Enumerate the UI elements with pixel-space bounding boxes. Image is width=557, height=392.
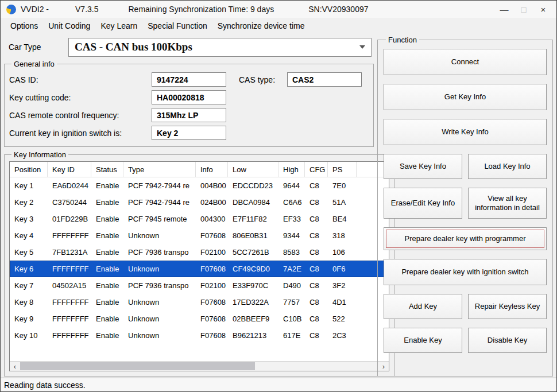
- table-cell: FFFFFFFF: [48, 265, 91, 273]
- titlebar: VVDI2 - V7.3.5 Remaining Synchronization…: [1, 1, 556, 18]
- table-cell: C8: [305, 265, 328, 273]
- car-type-value: CAS - CAN bus 100Kbps: [75, 41, 192, 53]
- column-header: High: [278, 162, 305, 177]
- connect-button[interactable]: Connect: [384, 49, 547, 75]
- table-cell: F07608: [196, 331, 228, 340]
- table-cell: FFFFFFFF: [48, 298, 91, 306]
- menu-synchronize-device-time[interactable]: Synchronize device time: [212, 20, 310, 32]
- cas-id-field[interactable]: 9147224: [152, 72, 226, 87]
- table-cell: 024B00: [196, 198, 228, 207]
- enable-key-button[interactable]: Enable Key: [384, 328, 462, 353]
- ignition-key-label: Current key in ignition switch is:: [9, 129, 152, 138]
- column-header: Info: [196, 162, 228, 177]
- table-cell: Enable: [91, 331, 123, 340]
- minimize-button[interactable]: —: [494, 2, 514, 17]
- table-cell: Key 4: [10, 231, 48, 240]
- table-row[interactable]: Key 2C3750244EnablePCF 7942-7944 re024B0…: [10, 194, 389, 211]
- scroll-left-icon[interactable]: ‹: [10, 362, 20, 371]
- key-table-header: PositionKey IDStatusTypeInfoLowHighCFGPS: [10, 162, 389, 177]
- function-group: Function Connect Get Key Info Write Key …: [377, 36, 553, 377]
- table-cell: 522: [328, 315, 357, 323]
- table-cell: Unknown: [123, 231, 196, 240]
- menu-key-learn[interactable]: Key Learn: [95, 20, 142, 32]
- cas-id-row: CAS ID: 9147224 CAS type: CAS2: [9, 71, 369, 88]
- menu-special-function[interactable]: Special Function: [142, 20, 212, 32]
- prepare-dealer-key-programmer-button[interactable]: Prepare dealer key with programmer: [384, 227, 547, 250]
- table-row[interactable]: Key 1EA6D0244EnablePCF 7942-7944 re004B0…: [10, 177, 389, 194]
- table-cell: Unknown: [123, 298, 196, 306]
- window-controls: — □ ×: [494, 2, 553, 17]
- table-cell: 9644: [278, 181, 305, 190]
- column-header: PS: [328, 162, 357, 177]
- scrollbar-thumb[interactable]: [20, 362, 255, 370]
- save-key-info-button[interactable]: Save Key Info: [384, 154, 462, 179]
- app-version: V7.3.5: [75, 5, 98, 14]
- table-cell: Key 7: [10, 281, 48, 290]
- table-cell: CF49C9D0: [228, 265, 278, 273]
- repair-keyless-key-button[interactable]: Repair Keyless Key: [468, 294, 547, 319]
- table-row[interactable]: Key 704502A15EnablePCF 7936 transpoF0210…: [10, 277, 389, 294]
- maximize-button[interactable]: □: [514, 2, 533, 17]
- table-row[interactable]: Key 10FFFFFFFFEnableUnknownF07608B962121…: [10, 327, 389, 344]
- ignition-key-field[interactable]: Key 2: [152, 126, 226, 140]
- general-info-legend: General info: [11, 60, 57, 68]
- table-cell: PCF 7942-7944 re: [123, 181, 196, 190]
- table-cell: Key 8: [10, 298, 48, 306]
- table-cell: C8: [305, 331, 328, 340]
- table-row[interactable]: Key 57FB1231AEnablePCF 7936 transpoF0210…: [10, 244, 389, 261]
- table-cell: 318: [328, 231, 357, 240]
- menubar: Options Unit Coding Key Learn Special Fu…: [1, 18, 556, 33]
- get-key-info-button[interactable]: Get Key Info: [384, 84, 547, 110]
- horizontal-scrollbar[interactable]: ‹ ›: [10, 361, 389, 371]
- general-info-group: General info CAS ID: 9147224 CAS type: C…: [4, 60, 374, 147]
- load-key-info-button[interactable]: Load Key Info: [468, 154, 547, 179]
- key-information-group: Key Information PositionKey IDStatusType…: [4, 150, 394, 377]
- table-cell: F02100: [196, 281, 228, 290]
- table-cell: C8: [305, 231, 328, 240]
- view-all-key-info-button[interactable]: View all key information in detail: [468, 188, 547, 219]
- menu-unit-coding[interactable]: Unit Coding: [43, 20, 95, 32]
- key-table: PositionKey IDStatusTypeInfoLowHighCFGPS…: [9, 161, 389, 371]
- table-cell: BE4: [328, 215, 357, 223]
- frequency-field[interactable]: 315Mhz LP: [152, 108, 226, 122]
- table-cell: F07608: [196, 265, 228, 273]
- table-cell: DBCA0984: [228, 198, 278, 207]
- erase-edit-key-info-button[interactable]: Erase/Edit Key Info: [384, 188, 462, 219]
- column-header: Status: [91, 162, 123, 177]
- table-cell: Key 6: [10, 265, 48, 273]
- cas-id-label: CAS ID:: [9, 75, 152, 84]
- menu-options[interactable]: Options: [5, 20, 43, 32]
- table-cell: 106: [328, 248, 357, 257]
- table-cell: C3750244: [48, 198, 91, 207]
- left-column: Car Type CAS - CAN bus 100Kbps General i…: [4, 36, 374, 377]
- function-legend: Function: [386, 36, 419, 44]
- table-cell: PCF 7936 transpo: [123, 248, 196, 257]
- table-row[interactable]: Key 4FFFFFFFFEnableUnknownF07608806E0B31…: [10, 227, 389, 244]
- cas-type-field[interactable]: CAS2: [287, 72, 362, 87]
- column-header: Type: [123, 162, 196, 177]
- close-button[interactable]: ×: [533, 2, 553, 17]
- write-key-info-button[interactable]: Write Key Info: [384, 119, 547, 145]
- add-key-button[interactable]: Add Key: [384, 294, 462, 319]
- key-cutting-field[interactable]: HA00020818: [152, 90, 226, 104]
- disable-key-button[interactable]: Disable Key: [468, 328, 547, 353]
- table-row[interactable]: Key 6FFFFFFFFEnableUnknownF07608CF49C9D0…: [10, 261, 389, 277]
- app-icon: [6, 5, 16, 14]
- table-cell: F07608: [196, 231, 228, 240]
- table-cell: PCF 7945 remote: [123, 215, 196, 223]
- table-cell: 0F6: [328, 265, 357, 273]
- table-cell: 7E0: [328, 181, 357, 190]
- key-information-legend: Key Information: [11, 150, 68, 159]
- table-cell: 9344: [278, 231, 305, 240]
- table-row[interactable]: Key 301FD229BEnablePCF 7945 remote004300…: [10, 211, 389, 227]
- table-cell: 3F2: [328, 281, 357, 290]
- table-cell: F02100: [196, 248, 228, 257]
- table-row[interactable]: Key 8FFFFFFFFEnableUnknownF0760817ED322A…: [10, 294, 389, 311]
- table-row[interactable]: Key 9FFFFFFFFEnableUnknownF0760802BBEEF9…: [10, 311, 389, 327]
- car-type-dropdown[interactable]: CAS - CAN bus 100Kbps: [68, 38, 372, 57]
- table-cell: C8: [305, 215, 328, 223]
- prepare-dealer-key-ignition-button[interactable]: Prepare dealer key with ignition switch: [384, 259, 547, 285]
- table-cell: 2C3: [328, 331, 357, 340]
- table-cell: D490: [278, 281, 305, 290]
- app-title: VVDI2 -: [21, 5, 49, 14]
